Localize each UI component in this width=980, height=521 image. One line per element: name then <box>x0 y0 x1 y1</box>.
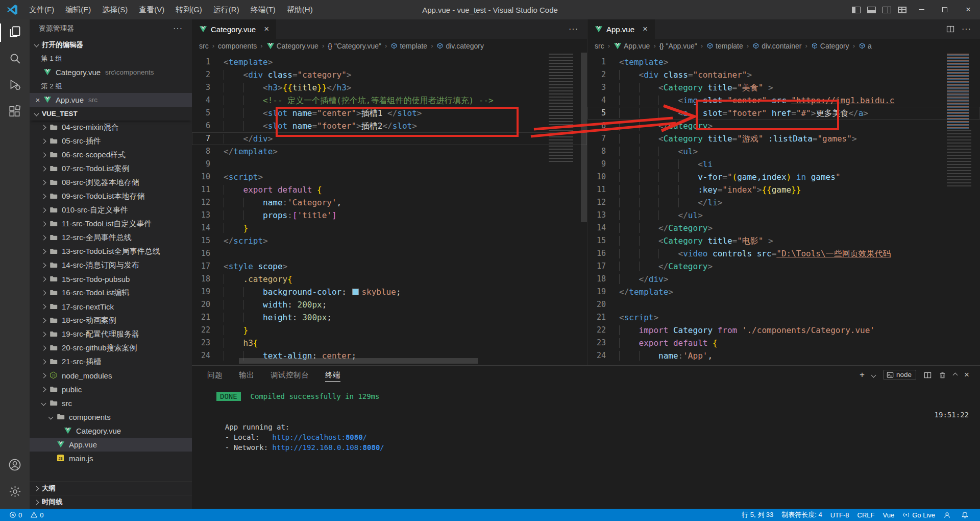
split-terminal-icon[interactable] <box>920 371 935 379</box>
tree-item-13-src-todolist-[interactable]: 13-src-TodoList全局事件总线 <box>30 245 192 258</box>
warnings-status[interactable]: 0 <box>26 509 47 521</box>
code-line[interactable]: 11 :key="index">{{game}} <box>587 183 980 196</box>
problems-status[interactable]: 0 <box>5 509 26 521</box>
tree-item-node-modules[interactable]: JSnode_modules <box>30 369 192 383</box>
code-line[interactable]: 24 name:'App', <box>587 349 980 362</box>
kill-terminal-icon[interactable] <box>935 371 950 379</box>
tree-item-15-src-todo-pubsub[interactable]: 15-src-Todo-pubsub <box>30 272 192 286</box>
code-line[interactable]: 14 } <box>192 222 587 234</box>
breadcrumb-item[interactable]: {}"App.vue" <box>659 42 697 50</box>
toggle-secondary-sidebar-icon[interactable] <box>879 0 894 19</box>
code-line[interactable]: 6 <slot name="footer">插槽2</slot> <box>192 120 587 132</box>
tree-item-components[interactable]: components <box>30 410 192 424</box>
code-line[interactable]: 12 </li> <box>587 196 980 209</box>
code-line[interactable]: 23 export default { <box>587 337 980 349</box>
code-line[interactable]: 17 </Category> <box>587 260 980 273</box>
code-line[interactable]: 4 <img slot="center" src="https://img1.b… <box>587 94 980 107</box>
terminal-link[interactable]: / <box>380 443 384 452</box>
code-line[interactable]: 5 <a slot="footer" href="#">更多美食</a> <box>587 107 980 120</box>
more-actions-icon[interactable]: ··· <box>173 24 183 33</box>
vertical-scrollbar[interactable] <box>581 53 587 222</box>
tree-item-06-src-scoped-[interactable]: 06-src-scoped样式 <box>30 148 192 162</box>
code-line[interactable]: 19</template> <box>587 286 980 298</box>
code-line[interactable]: 23 h3{ <box>192 337 587 349</box>
terminal-link[interactable]: 8080 <box>363 443 380 452</box>
tab-app-vue[interactable]: App.vue × <box>587 19 655 39</box>
open-editor-app-vue[interactable]: ×App.vuesrc <box>30 93 192 107</box>
cursor-position[interactable]: 行 5, 列 33 <box>738 509 777 521</box>
code-line[interactable]: 6 </Category> <box>587 120 980 132</box>
chevron-down-icon[interactable] <box>868 373 879 377</box>
code-line[interactable]: 9 <li <box>587 158 980 171</box>
activity-extensions[interactable] <box>0 99 30 126</box>
breadcrumb-item[interactable]: template <box>706 42 743 50</box>
activity-explorer[interactable] <box>0 19 30 46</box>
tree-item-14-src-[interactable]: 14-src-消息订阅与发布 <box>30 258 192 272</box>
tree-item-010-src-[interactable]: 010-src-自定义事件 <box>30 203 192 217</box>
tree-item-category-vue[interactable]: Category.vue <box>30 424 192 438</box>
breadcrumb-item[interactable]: template <box>390 42 427 50</box>
code-line[interactable]: 21<script> <box>587 311 980 324</box>
maximize-panel-icon[interactable] <box>950 373 961 377</box>
code-line[interactable]: 7 <Category title="游戏" :listData="games"… <box>587 132 980 145</box>
close-icon[interactable]: × <box>641 24 650 34</box>
breadcrumb-item[interactable]: {}"Category.vue" <box>328 42 381 50</box>
tree-item-04-src-mixin-[interactable]: 04-src-mixin混合 <box>30 121 192 134</box>
tree-item-19-src-[interactable]: 19-src-配置代理服务器 <box>30 327 192 341</box>
editor-actions-more-icon[interactable]: ··· <box>958 25 975 34</box>
panel-tab-调试控制台[interactable]: 调试控制台 <box>271 366 309 384</box>
menu-item-4[interactable]: 转到(G) <box>170 0 208 19</box>
terminal-shell-select[interactable]: node <box>883 370 916 380</box>
close-icon[interactable]: × <box>262 24 271 34</box>
breadcrumb-item[interactable]: Category <box>811 42 849 50</box>
menu-item-1[interactable]: 编辑(E) <box>60 0 96 19</box>
code-line[interactable]: 22 } <box>192 324 587 337</box>
close-icon[interactable]: × <box>34 96 42 104</box>
activity-run-and-debug[interactable] <box>0 73 30 99</box>
tab-category-vue[interactable]: Category.vue × <box>192 19 276 39</box>
indentation-select[interactable]: 制表符长度: 4 <box>777 509 826 521</box>
customize-layout-icon[interactable] <box>894 0 910 19</box>
code-line[interactable]: 22 import Category from './components/Ca… <box>587 324 980 337</box>
tree-item-09-src-todolist-[interactable]: 09-src-TodoList本地存储 <box>30 190 192 203</box>
menu-item-0[interactable]: 文件(F) <box>23 0 60 19</box>
editor-actions-more-icon[interactable]: ··· <box>565 25 582 34</box>
tree-item-05-src-[interactable]: 05-src-插件 <box>30 134 192 148</box>
code-line[interactable]: 1<template> <box>587 56 980 68</box>
breadcrumb-item[interactable]: src <box>595 42 604 50</box>
code-line[interactable]: 14 </Category> <box>587 222 980 234</box>
code-line[interactable]: 16 <video controls src="D:\Tools\一些网页效果代… <box>587 247 980 260</box>
tree-item-main-js[interactable]: JSmain.js <box>30 452 192 465</box>
code-line[interactable]: 17<style scope> <box>192 260 587 273</box>
project-root-header[interactable]: VUE_TEST <box>30 107 192 121</box>
tree-item-17-src-nexttick[interactable]: 17-src-nextTick <box>30 300 192 314</box>
minimize-button[interactable] <box>910 0 933 19</box>
code-line[interactable]: 9 <box>192 158 587 171</box>
breadcrumb-item[interactable]: src <box>199 42 209 50</box>
language-mode[interactable]: Vue <box>879 509 899 521</box>
open-editor-category-vue[interactable]: Category.vuesrc\components <box>30 65 192 79</box>
breadcrumb-item[interactable]: components <box>218 42 257 50</box>
tree-item-app-vue[interactable]: App.vue <box>30 438 192 452</box>
open-editors-header[interactable]: 打开的编辑器 <box>30 38 192 52</box>
tree-item-public[interactable]: public <box>30 383 192 396</box>
menu-item-7[interactable]: 帮助(H) <box>281 0 318 19</box>
horizontal-scrollbar[interactable] <box>239 358 478 364</box>
code-line[interactable]: 8 <ul> <box>587 145 980 158</box>
code-line[interactable]: 18 </div> <box>587 273 980 286</box>
code-line[interactable]: 2 <div class="category"> <box>192 68 587 81</box>
terminal-link[interactable]: 8080 <box>346 433 363 441</box>
code-line[interactable]: 20 width: 200px; <box>192 298 587 311</box>
code-line[interactable]: 19 background-color: skyblue; <box>192 286 587 298</box>
tree-item-08-src-[interactable]: 08-src-浏览器本地存储 <box>30 176 192 190</box>
notifications-bell-icon[interactable] <box>957 509 975 521</box>
minimap[interactable] <box>947 54 978 187</box>
code-editor[interactable]: 1<template>2 <div class="category">3 <h3… <box>192 56 587 365</box>
outline-section[interactable]: 大纲 <box>30 481 192 495</box>
new-terminal-icon[interactable]: + <box>856 370 868 380</box>
code-line[interactable]: 13 </ul> <box>587 209 980 222</box>
panel-tab-问题[interactable]: 问题 <box>207 366 223 384</box>
breadcrumb-item[interactable]: div.container <box>752 42 801 50</box>
code-line[interactable]: 13 props:['title'] <box>192 209 587 222</box>
code-line[interactable]: 3 <h3>{{title}}</h3> <box>192 81 587 94</box>
